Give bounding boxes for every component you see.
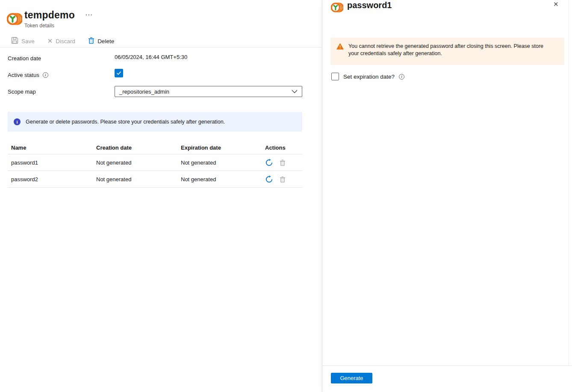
info-icon: i	[14, 118, 21, 125]
password1-creation-date: Not generated	[96, 159, 131, 166]
warning-banner: You cannot retrieve the generated passwo…	[330, 38, 564, 65]
container-registry-icon	[7, 12, 22, 28]
discard-label: Discard	[56, 38, 75, 44]
table-row: password1 Not generated Not generated	[8, 154, 302, 171]
scope-map-label: Scope map	[8, 88, 36, 95]
scope-map-dropdown[interactable]: _repositories_admin	[115, 86, 302, 97]
save-button[interactable]: Save	[11, 37, 35, 45]
discard-x-icon: ✕	[47, 37, 53, 45]
close-panel-button[interactable]: ✕	[553, 0, 559, 8]
column-header-expiration-date: Expiration date	[181, 144, 221, 151]
save-label: Save	[21, 38, 35, 44]
column-header-actions: Actions	[265, 144, 286, 151]
set-expiration-label: Set expiration date?	[343, 74, 395, 80]
panel-scroll-gutter	[569, 0, 569, 365]
warning-banner-text: You cannot retrieve the generated passwo…	[348, 43, 551, 60]
page-title: tempdemo	[24, 9, 75, 21]
password1-link[interactable]: password1	[11, 159, 38, 166]
token-details-blade: tempdemo ⋯ Token details Save ✕ Discard	[0, 0, 322, 392]
refresh-icon	[265, 159, 273, 167]
column-header-name: Name	[11, 144, 26, 151]
set-expiration-checkbox[interactable]	[331, 73, 339, 80]
info-banner-text: Generate or delete passwords. Please sto…	[26, 119, 225, 125]
discard-button[interactable]: ✕ Discard	[47, 37, 75, 45]
checkmark-icon	[116, 71, 121, 75]
delete-trash-icon	[88, 37, 94, 45]
password2-creation-date: Not generated	[96, 176, 131, 183]
trash-icon	[280, 176, 286, 183]
command-bar: Save ✕ Discard Delete	[11, 36, 114, 46]
delete-label: Delete	[97, 38, 114, 44]
save-icon	[11, 37, 18, 45]
delete-button[interactable]: Delete	[88, 37, 114, 45]
table-header-row: Name Creation date Expiration date Actio…	[8, 141, 302, 154]
chevron-down-icon	[292, 90, 298, 93]
active-status-info-icon[interactable]: i	[43, 72, 48, 78]
column-header-creation-date: Creation date	[96, 144, 132, 151]
scope-map-selected-value: _repositories_admin	[119, 88, 292, 95]
delete-password1-button[interactable]	[280, 159, 286, 166]
regenerate-password1-button[interactable]	[265, 159, 273, 167]
panel-title: password1	[347, 0, 392, 10]
refresh-icon	[265, 175, 273, 183]
toolbar-divider	[0, 47, 322, 47]
table-row: password2 Not generated Not generated	[8, 171, 302, 188]
passwords-table: Name Creation date Expiration date Actio…	[8, 141, 302, 188]
password2-link[interactable]: password2	[11, 176, 38, 183]
page-subtitle: Token details	[24, 23, 54, 29]
generate-button[interactable]: Generate	[331, 373, 372, 383]
active-status-label: Active status	[8, 72, 39, 78]
regenerate-password2-button[interactable]	[265, 175, 273, 183]
info-banner: i Generate or delete passwords. Please s…	[8, 112, 302, 132]
password2-expiration-date: Not generated	[181, 176, 216, 183]
active-status-checkbox[interactable]	[115, 69, 123, 77]
creation-date-label: Creation date	[8, 55, 41, 62]
close-icon: ✕	[553, 0, 559, 8]
set-expiration-info-icon[interactable]: i	[399, 74, 404, 80]
password-generate-panel: password1 ✕ You cannot retrieve the gene…	[322, 0, 572, 392]
delete-password2-button[interactable]	[280, 176, 286, 183]
creation-date-value: 06/05/2024, 16:44 GMT+5:30	[115, 54, 187, 60]
more-options-button[interactable]: ⋯	[85, 10, 93, 19]
trash-icon	[280, 159, 286, 166]
panel-footer-divider	[322, 365, 572, 366]
password1-expiration-date: Not generated	[181, 159, 216, 166]
container-registry-icon	[331, 2, 343, 15]
set-expiration-row: Set expiration date? i	[331, 73, 404, 80]
warning-icon	[336, 43, 344, 60]
